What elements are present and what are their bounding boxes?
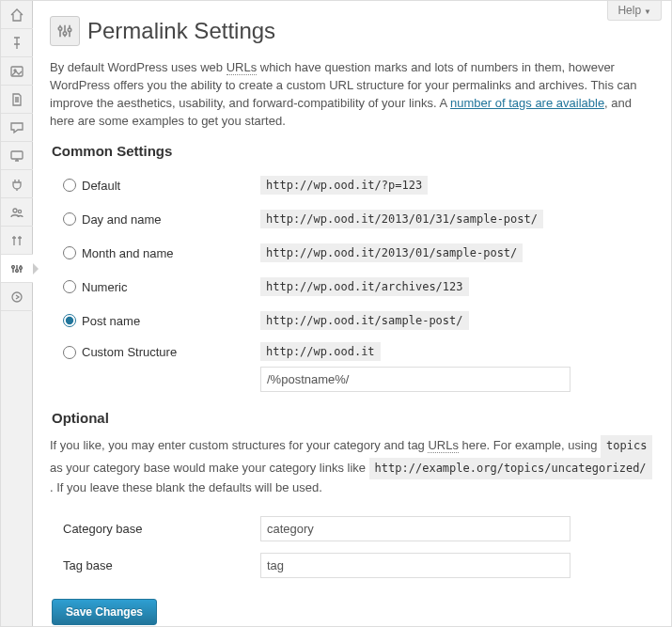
collapse-icon [9,290,24,305]
sidebar-item-comments[interactable] [1,114,33,142]
optional-intro-text: If you like, you may enter custom struct… [50,435,654,497]
svg-point-7 [20,266,23,269]
sidebar-item-dashboard[interactable] [1,1,33,29]
permalink-icon [50,16,80,46]
help-label: Help [617,4,641,17]
common-settings-heading: Common Settings [52,143,654,159]
category-base-input[interactable] [260,516,570,541]
chevron-down-icon: ▼ [644,8,651,16]
tag-base-row: Tag base [50,547,654,584]
option-label: Post name [82,314,140,328]
tools-icon [9,233,24,248]
option-label: Day and name [82,212,162,227]
sidebar-item-pages[interactable] [1,86,33,114]
admin-sidebar [1,1,33,626]
option-label: Month and name [82,246,174,260]
svg-point-6 [16,269,19,272]
comment-icon [9,120,24,135]
main-content: Help▼ Permalink Settings By default Word… [33,1,671,626]
radio-month-and-name[interactable] [63,246,76,259]
option-custom-structure: Custom Structure http://wp.ood.it [50,337,654,397]
abbr-urls: URLs [227,60,258,75]
category-base-row: Category base [50,510,654,547]
option-example: http://wp.ood.it/2013/01/sample-post/ [260,243,523,262]
sidebar-item-users[interactable] [1,198,33,227]
abbr-urls: URLs [428,438,459,453]
custom-structure-input[interactable] [260,367,570,392]
svg-point-11 [68,28,71,32]
option-month-and-name: Month and name http://wp.ood.it/2013/01/… [50,236,654,270]
media-icon [9,64,24,79]
help-tab[interactable]: Help▼ [607,1,662,21]
page-heading: Permalink Settings [50,16,654,46]
sidebar-item-settings[interactable] [1,255,33,283]
svg-point-10 [63,32,67,36]
option-label: Custom Structure [82,345,177,359]
radio-day-and-name[interactable] [63,212,76,226]
option-label: Numeric [82,280,127,294]
sidebar-item-appearance[interactable] [1,142,33,170]
appearance-icon [9,149,24,164]
pin-icon [9,36,24,51]
radio-post-name[interactable] [63,314,76,327]
option-default: Default http://wp.ood.it/?p=123 [50,168,654,202]
settings-icon [9,261,24,276]
sidebar-item-media[interactable] [1,57,33,86]
option-post-name: Post name http://wp.ood.it/sample-post/ [50,304,654,337]
sidebar-item-collapse[interactable] [1,283,33,311]
save-changes-button[interactable]: Save Changes [52,599,157,625]
tag-base-label: Tag base [63,558,260,572]
sidebar-item-posts[interactable] [1,29,33,57]
option-day-and-name: Day and name http://wp.ood.it/2013/01/31… [50,202,654,236]
option-label: Default [82,179,120,193]
radio-default[interactable] [63,179,76,192]
plugin-icon [9,177,24,192]
tags-available-link[interactable]: number of tags are available [450,96,604,110]
option-example: http://wp.ood.it/sample-post/ [260,311,469,330]
svg-point-3 [13,209,17,212]
option-example: http://wp.ood.it/2013/01/31/sample-post/ [260,210,543,228]
svg-point-8 [12,292,22,302]
radio-numeric[interactable] [63,280,76,293]
svg-point-4 [18,210,21,212]
intro-text: By default WordPress uses web URLs which… [50,59,654,130]
svg-point-5 [12,265,15,268]
users-icon [9,205,24,220]
page-icon [9,92,24,107]
sidebar-item-plugins[interactable] [1,170,33,198]
custom-prefix: http://wp.ood.it [260,342,381,361]
category-base-label: Category base [63,522,260,536]
home-icon [9,8,24,23]
option-numeric: Numeric http://wp.ood.it/archives/123 [50,270,654,304]
page-title: Permalink Settings [87,18,275,44]
tag-base-input[interactable] [260,553,570,578]
optional-heading: Optional [52,410,654,426]
sidebar-item-tools[interactable] [1,227,33,255]
svg-point-9 [58,27,62,31]
option-example: http://wp.ood.it/?p=123 [260,176,428,195]
option-example: http://wp.ood.it/archives/123 [260,277,469,296]
radio-custom-structure[interactable] [63,346,76,359]
svg-rect-2 [11,151,23,159]
